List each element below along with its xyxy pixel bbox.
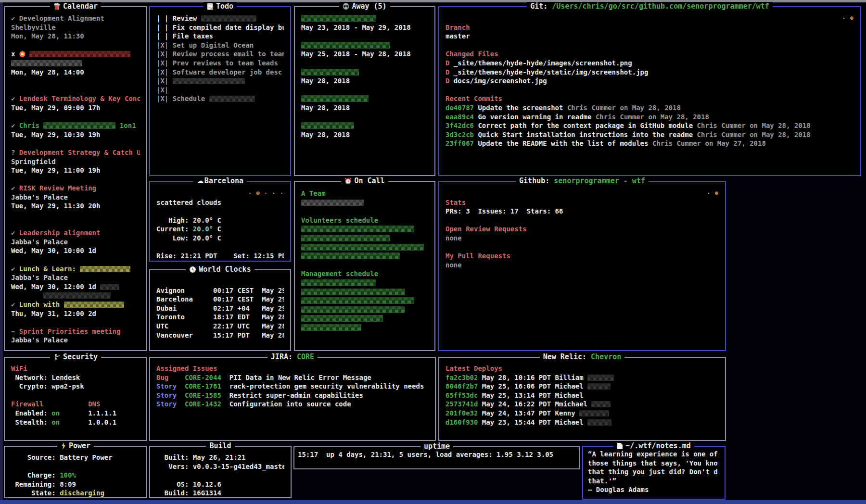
text-span: Chris Cummer on May 28, 2018	[697, 131, 811, 139]
text-span: · ☻	[707, 189, 719, 198]
line	[11, 113, 140, 122]
line: 2573741d May 24, 16:22 PDT Mmichael	[446, 400, 719, 409]
redacted-block	[29, 51, 130, 57]
text-span: Rise: 21:21 PDT Set: 12:15 PDT	[156, 252, 284, 260]
text-span: PII Data in New Relic Error Message	[229, 374, 371, 381]
todo-content: | | Review | | Fix compiled date display…	[150, 7, 290, 175]
text-span: that thing you just did? Don't do	[588, 468, 718, 476]
line: Volunteers schedule	[301, 216, 428, 225]
text-span: May 24, 13:47 PDT Kenny	[482, 409, 579, 417]
text-span: |X|	[156, 86, 168, 94]
panel-security: Security WiFi Network: Lendesk Crypto: w…	[4, 357, 147, 441]
line: |X| Set up Digital Ocean	[156, 41, 284, 50]
text-span: Avignon 00:17 CEST May 29	[156, 287, 284, 294]
panel-github: Github: senorprogrammer - wtf · ☻StatsPR…	[438, 181, 726, 351]
window-edge-left	[0, 2, 3, 500]
line: May 23, 2018 - May 29, 2018	[301, 23, 428, 32]
text-span: Wed, May 30, 12:00 1d	[11, 283, 96, 290]
text-span: Story	[156, 382, 185, 390]
line: |X| Prev reviews to team leads	[156, 59, 284, 68]
redacted-block	[11, 60, 82, 66]
text-span: Configuration into source code	[229, 400, 351, 408]
text-span: Stats	[446, 199, 466, 206]
on-call-content: A TeamVolunteers scheduleManagement sche…	[295, 182, 434, 350]
text-span: Firewall	[11, 400, 88, 408]
text-span: 2573741d	[446, 400, 482, 408]
line	[446, 86, 854, 95]
redacted-block	[301, 95, 369, 102]
line	[11, 211, 140, 220]
text-span: OS: 10.12.6	[156, 480, 221, 488]
line: de40787 Update the screenshot Chris Cumm…	[446, 103, 854, 113]
panel-away: Away (5) May 23, 2018 - May 29, 2018May …	[294, 6, 435, 176]
line: Source: Battery Power	[11, 453, 140, 462]
line: eaa89c4 Go version warning in readme Chr…	[446, 113, 854, 122]
line	[446, 243, 719, 252]
line: ✔ Leadership alignment	[11, 228, 140, 238]
github-content: · ☻StatsPRs: 3 Issues: 17 Stars: 66Open …	[439, 182, 725, 350]
line	[446, 216, 719, 225]
text-span: Story	[156, 391, 185, 399]
text-span	[11, 291, 43, 299]
text-span: Story	[156, 400, 185, 408]
line	[301, 113, 428, 122]
redacted-block	[301, 200, 364, 206]
line	[11, 391, 140, 400]
text-span: RISK Review Meeting	[19, 184, 96, 192]
line: Enabled: on 1.1.1.1	[11, 409, 140, 418]
panel-weather-barcelona: ☁Barcelona · ☻ · · ·scattered clouds Hig…	[149, 181, 291, 262]
line: | | Review	[156, 14, 284, 23]
line: ✔ Lunch with	[11, 300, 140, 309]
redacted-block	[301, 279, 376, 286]
line: Bug CORE-2044 PII Data in New Relic Erro…	[156, 373, 429, 382]
redacted-block	[301, 244, 424, 251]
text-span: 1.1.1.1	[60, 409, 116, 417]
line: Mon, May 28, 11:30	[11, 32, 140, 41]
text-span: Sprint Priorities meeting	[19, 328, 121, 335]
redacted-block	[301, 252, 400, 259]
line: Story CORE-1585 Restrict super-admin cap…	[156, 391, 429, 400]
text-span: Toronto 18:17 EDT May 28	[156, 313, 284, 321]
redacted-block	[301, 42, 390, 49]
line: Vers: v0.0.3-15-g41ed43_maste	[156, 462, 284, 471]
text-span: May 25, 13:14 PDT Michael	[482, 391, 584, 399]
text-span: Tue, May 29, 11:00 19h	[11, 166, 100, 174]
text-span: |X| Schedule	[156, 95, 209, 102]
line: · ☻	[446, 14, 854, 23]
line	[301, 252, 428, 261]
text-span: de40787	[446, 104, 478, 112]
line	[11, 291, 140, 300]
redacted-block	[64, 302, 124, 308]
line	[301, 243, 428, 252]
text-span: discharging	[60, 489, 104, 497]
line: Mon, May 28, 14:00	[11, 68, 140, 77]
line: that.'”	[588, 477, 718, 486]
line	[301, 32, 428, 41]
line: ? Development Strategy & Catch U	[11, 148, 140, 157]
text-span: Dubai 02:17 +04 May 29	[156, 304, 284, 312]
text-span: Low: 20.0° C	[156, 234, 221, 242]
wtf-terminal-dashboard[interactable]: Calendar ✔ Development AlignmentShelbyvi…	[0, 0, 866, 504]
line: D _site/themes/hyde-hyde/static/img/scre…	[446, 68, 854, 77]
line: none	[446, 261, 719, 270]
line	[301, 305, 428, 315]
text-span: |X| Set up Digital Ocean	[156, 41, 254, 49]
text-span: ?	[11, 149, 19, 156]
line: – Douglas Adams	[588, 485, 718, 494]
line: A Team	[301, 189, 428, 198]
text-span: Chris Cummer on May 28, 2018	[697, 122, 811, 129]
line	[11, 462, 140, 471]
line	[11, 139, 140, 148]
line: Jabba's Palace	[11, 336, 140, 345]
text-span: 23ff067	[446, 139, 478, 147]
line: Story CORE-1432 Configuration into sourc…	[156, 400, 429, 409]
text-span: Wed, May 30, 10:00 1d	[11, 247, 96, 254]
line: Shelbyville	[11, 23, 140, 32]
world-clocks-content: Avignon 00:17 CEST May 29Barcelona 00:17…	[150, 270, 290, 350]
line	[301, 207, 428, 216]
line	[156, 207, 284, 216]
line: Springfield	[11, 157, 140, 166]
text-span: Update the README with the list of modul…	[478, 139, 652, 147]
line	[156, 277, 284, 286]
text-span: A Team	[301, 189, 326, 197]
